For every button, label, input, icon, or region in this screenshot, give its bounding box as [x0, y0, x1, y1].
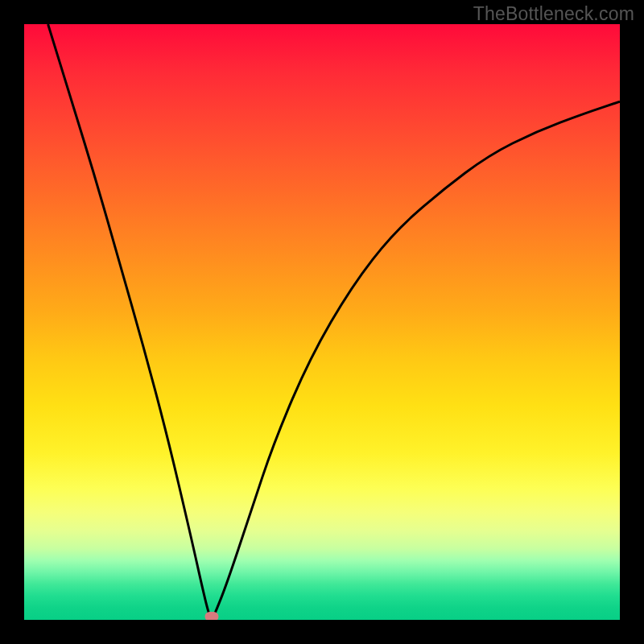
bottleneck-curve — [48, 24, 620, 618]
plot-area — [24, 24, 620, 620]
chart-frame: TheBottleneck.com — [0, 0, 644, 644]
min-marker — [205, 612, 219, 620]
watermark-text: TheBottleneck.com — [473, 3, 634, 25]
curve-layer — [24, 24, 620, 620]
